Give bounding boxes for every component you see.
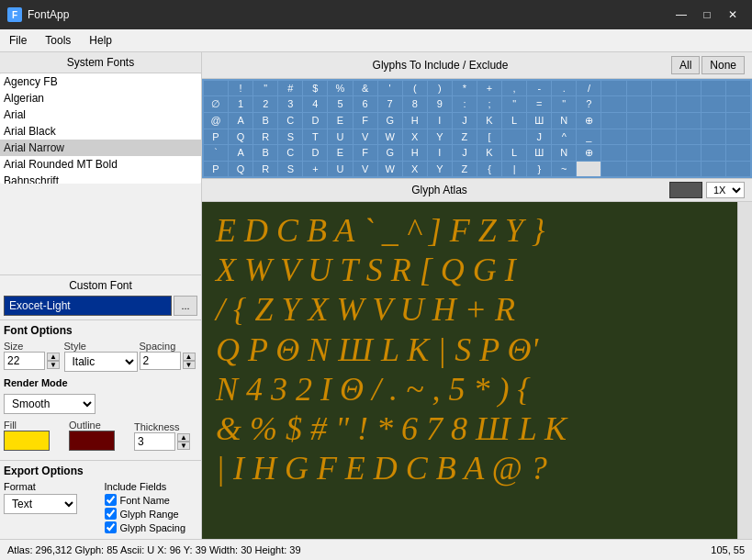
glyph-blank-20[interactable] xyxy=(627,129,651,144)
glyph-9[interactable]: 9 xyxy=(428,96,452,112)
glyph-blank-10[interactable] xyxy=(677,96,701,112)
glyph-l[interactable]: L xyxy=(502,145,526,161)
glyph-Q[interactable]: Q xyxy=(229,129,253,144)
glyph-blank-4[interactable] xyxy=(677,81,701,95)
close-button[interactable]: ✕ xyxy=(721,6,745,24)
glyph-7[interactable]: 7 xyxy=(378,96,402,112)
glyph-dot[interactable]: . xyxy=(552,81,576,95)
glyph-Y[interactable]: Y xyxy=(428,129,452,144)
font-name-checkbox[interactable] xyxy=(105,494,117,506)
glyph-J[interactable]: J xyxy=(453,113,477,129)
glyph-blank-24[interactable] xyxy=(726,129,750,144)
glyph-6[interactable]: 6 xyxy=(354,96,377,112)
glyph-a[interactable]: A xyxy=(229,145,253,161)
glyph-blank-16[interactable] xyxy=(677,113,701,129)
glyph-s[interactable]: S xyxy=(278,162,302,176)
glyph-blank-21[interactable] xyxy=(652,129,676,144)
glyph-G[interactable]: G xyxy=(378,113,402,129)
glyph-blank-14[interactable] xyxy=(627,113,651,129)
glyph-lparen[interactable]: ( xyxy=(403,81,427,95)
glyph-Z[interactable]: Z xyxy=(453,129,477,144)
glyph-A[interactable]: A xyxy=(229,113,253,129)
thickness-up-button[interactable]: ▲ xyxy=(177,433,190,442)
glyph-F[interactable]: F xyxy=(354,113,377,129)
glyph-oplus2[interactable]: ⊕ xyxy=(577,145,600,161)
glyph-N[interactable]: N xyxy=(552,113,576,129)
glyph-blank-0[interactable] xyxy=(204,81,228,95)
glyph-blank-30[interactable] xyxy=(726,145,750,161)
glyph-E[interactable]: E xyxy=(328,113,352,129)
glyph-P[interactable]: P xyxy=(204,129,228,144)
glyph-quote[interactable]: " xyxy=(253,81,277,95)
glyph-blank-2[interactable] xyxy=(627,81,651,95)
glyph-pipe[interactable]: | xyxy=(502,162,526,176)
glyph-S[interactable]: S xyxy=(278,129,302,144)
browse-button[interactable]: ... xyxy=(174,296,197,316)
glyph-e[interactable]: E xyxy=(328,145,352,161)
glyph-blank-27[interactable] xyxy=(652,145,676,161)
glyph-blank-1[interactable] xyxy=(601,81,625,95)
glyph-blank-3[interactable] xyxy=(652,81,676,95)
glyph-M[interactable]: Ш xyxy=(527,113,551,129)
glyph-H[interactable]: H xyxy=(403,113,427,129)
glyph-blank-35[interactable] xyxy=(677,162,701,176)
atlas-scrollbar[interactable] xyxy=(737,202,752,539)
glyph-q[interactable]: Q xyxy=(229,162,253,176)
glyph-hash[interactable]: # xyxy=(278,81,302,95)
glyph-backtick[interactable]: ` xyxy=(204,145,228,161)
glyph-blank-5[interactable] xyxy=(701,81,725,95)
size-down-button[interactable]: ▼ xyxy=(47,361,60,369)
glyph-z[interactable]: Z xyxy=(453,162,477,176)
glyph-blank-33[interactable] xyxy=(627,162,651,176)
glyph-bslash[interactable] xyxy=(502,129,526,144)
glyph-C[interactable]: C xyxy=(278,113,302,129)
glyph-at[interactable]: @ xyxy=(204,113,228,129)
glyph-t-cross[interactable]: + xyxy=(303,162,327,176)
glyph-blank-7[interactable] xyxy=(601,96,625,112)
menu-tools[interactable]: Tools xyxy=(36,31,80,50)
glyph-X[interactable]: X xyxy=(403,129,427,144)
glyph-tilde[interactable]: ~ xyxy=(552,162,576,176)
glyph-k[interactable]: K xyxy=(477,145,501,161)
glyph-blank-18[interactable] xyxy=(726,113,750,129)
glyph-blank-12[interactable] xyxy=(726,96,750,112)
glyph-K[interactable]: K xyxy=(477,113,501,129)
glyph-p[interactable]: P xyxy=(204,162,228,176)
glyph-w[interactable]: W xyxy=(378,162,402,176)
all-button[interactable]: All xyxy=(671,56,700,74)
thickness-down-button[interactable]: ▼ xyxy=(177,442,190,450)
glyph-blank-11[interactable] xyxy=(701,96,725,112)
glyph-blank-8[interactable] xyxy=(627,96,651,112)
glyph-g[interactable]: G xyxy=(378,145,402,161)
glyph-lbrace[interactable]: { xyxy=(477,162,501,176)
glyph-B[interactable]: B xyxy=(253,113,277,129)
fill-color-box[interactable] xyxy=(4,431,50,451)
glyph-I[interactable]: I xyxy=(428,113,452,129)
glyph-f[interactable]: F xyxy=(354,145,377,161)
glyph-R[interactable]: R xyxy=(253,129,277,144)
glyph-v[interactable]: V xyxy=(354,162,377,176)
glyph-lbracket[interactable]: [ xyxy=(477,129,501,144)
glyph-D[interactable]: D xyxy=(303,113,327,129)
glyph-blank-34[interactable] xyxy=(652,162,676,176)
glyph-blank-9[interactable] xyxy=(652,96,676,112)
glyph-gt[interactable]: " xyxy=(552,96,576,112)
glyph-8[interactable]: 8 xyxy=(403,96,427,112)
maximize-button[interactable]: □ xyxy=(695,6,719,24)
glyph-blank-32[interactable] xyxy=(601,162,625,176)
glyph-rbracket[interactable]: J xyxy=(527,129,551,144)
glyph-lt[interactable]: " xyxy=(502,96,526,112)
glyph-h[interactable]: H xyxy=(403,145,427,161)
glyph-comma[interactable]: , xyxy=(502,81,526,95)
glyph-blank-36[interactable] xyxy=(701,162,725,176)
glyph-range-checkbox[interactable] xyxy=(105,508,117,520)
glyph-percent[interactable]: % xyxy=(328,81,352,95)
glyph-W[interactable]: W xyxy=(378,129,402,144)
menu-file[interactable]: File xyxy=(0,31,36,50)
glyph-colon[interactable]: : xyxy=(453,96,477,112)
glyph-blank-37[interactable] xyxy=(726,162,750,176)
glyph-minus[interactable]: - xyxy=(527,81,551,95)
glyph-L[interactable]: L xyxy=(502,113,526,129)
glyph-n[interactable]: N xyxy=(552,145,576,161)
glyph-plus[interactable]: + xyxy=(477,81,501,95)
